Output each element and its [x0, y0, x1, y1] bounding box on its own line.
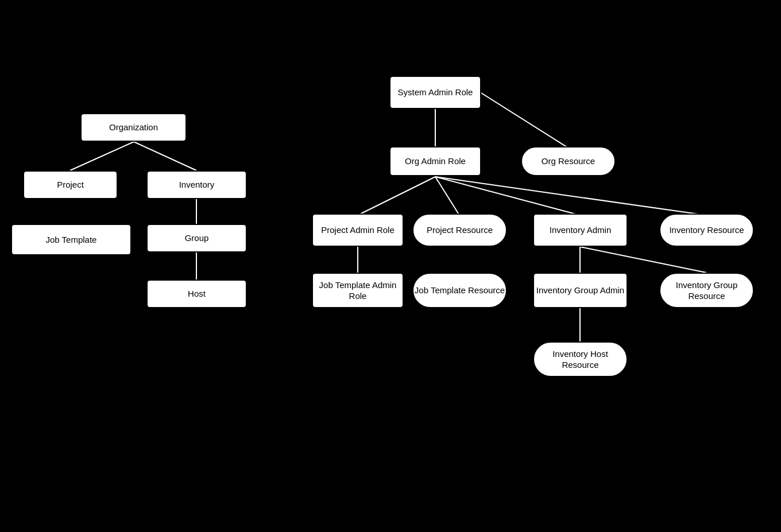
inventory-node: Inventory: [146, 170, 247, 199]
job-template-resource-node: Job Template Resource: [412, 273, 507, 308]
project-node: Project: [23, 170, 118, 199]
job-template-node: Job Template: [11, 224, 132, 255]
svg-line-9: [435, 177, 706, 215]
inventory-resource-node: Inventory Resource: [659, 213, 754, 247]
project-resource-node: Project Resource: [412, 213, 507, 247]
inventory-group-resource-node: Inventory Group Resource: [659, 273, 754, 308]
svg-line-12: [580, 247, 706, 273]
project-admin-role-node: Project Admin Role: [312, 213, 404, 247]
org-resource-node: Org Resource: [521, 146, 616, 176]
svg-line-0: [70, 142, 134, 170]
svg-line-6: [358, 177, 435, 215]
job-template-admin-role-node: Job Template Admin Role: [312, 273, 404, 308]
svg-line-1: [134, 142, 196, 170]
svg-line-5: [481, 93, 569, 148]
org-admin-role-node: Org Admin Role: [389, 146, 481, 176]
inventory-host-resource-node: Inventory Host Resource: [533, 341, 628, 377]
system-admin-role-node: System Admin Role: [389, 76, 481, 109]
group-node: Group: [146, 224, 247, 253]
diagram: Organization Project Inventory Job Templ…: [0, 0, 781, 532]
svg-line-8: [435, 177, 580, 215]
host-node: Host: [146, 279, 247, 308]
organization-node: Organization: [80, 113, 187, 142]
inventory-admin-node: Inventory Admin: [533, 213, 628, 247]
svg-line-7: [435, 177, 459, 215]
inventory-group-admin-node: Inventory Group Admin: [533, 273, 628, 308]
